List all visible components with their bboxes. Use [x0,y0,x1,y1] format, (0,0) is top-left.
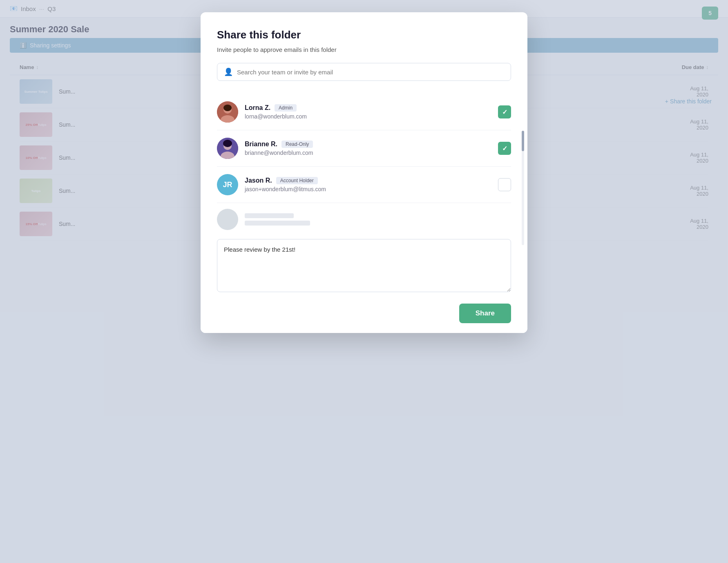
person-name: Lorna Z. [245,104,270,112]
person-row-brianne: Brianne R. Read-Only brianne@wonderblum.… [217,130,511,167]
search-input[interactable] [237,69,504,76]
modal-scrollbar[interactable] [522,131,524,245]
avatar-lorna [217,101,238,123]
avatar-jason: JR [217,174,238,195]
person-name: Jason R. [245,177,272,184]
person-info-lorna: Lorna Z. Admin lorna@wonderblum.com [245,104,491,120]
person-name-row: Brianne R. Read-Only [245,141,491,148]
admin-badge: Admin [275,104,297,112]
avatar-lorna-svg [217,101,238,123]
person-search-icon: 👤 [224,67,233,76]
person-email: brianne@wonderblum.com [245,150,491,156]
jason-checkbox[interactable] [498,178,511,191]
truncated-line-name [245,213,294,218]
modal-title: Share this folder [217,29,511,41]
truncated-line-email [245,221,310,226]
person-name-row: Jason R. Account Holder [245,177,491,184]
person-name-row: Lorna Z. Admin [245,104,491,112]
search-wrapper[interactable]: 👤 [217,63,511,81]
modal-footer: Share [201,294,527,333]
avatar-initials: JR [223,181,232,189]
person-info-brianne: Brianne R. Read-Only brianne@wonderblum.… [245,141,491,156]
lorna-checkbox[interactable]: ✓ [498,105,511,118]
people-list: Lorna Z. Admin lorna@wonderblum.com ✓ [217,94,511,236]
truncated-info [245,213,310,226]
truncated-person-row [217,203,511,236]
person-email: lorna@wonderblum.com [245,113,491,120]
modal-body: Share this folder Invite people to appro… [201,12,527,236]
message-section: Please review by the 21st! [201,239,527,294]
svg-point-7 [223,140,232,147]
person-info-jason: Jason R. Account Holder jason+wonderblum… [245,177,491,192]
truncated-avatar [217,209,238,230]
modal-subtitle: Invite people to approve emails in this … [217,46,511,53]
person-name: Brianne R. [245,141,277,148]
share-folder-modal: Share this folder Invite people to appro… [201,12,527,333]
person-email: jason+wonderblum@litmus.com [245,186,491,192]
account-badge: Account Holder [276,177,318,184]
scrollbar-thumb[interactable] [522,131,524,151]
readonly-badge: Read-Only [281,141,313,148]
share-button[interactable]: Share [459,304,511,323]
message-textarea[interactable]: Please review by the 21st! [217,239,511,292]
person-row-lorna: Lorna Z. Admin lorna@wonderblum.com ✓ [217,94,511,130]
brianne-checkbox[interactable]: ✓ [498,142,511,155]
avatar-brianne-svg [217,138,238,159]
check-icon: ✓ [502,145,507,152]
avatar-brianne [217,138,238,159]
person-row-jason: JR Jason R. Account Holder jason+wonderb… [217,167,511,203]
svg-point-3 [223,105,232,111]
check-icon: ✓ [502,108,507,116]
modal-overlay: Share this folder Invite people to appro… [0,0,728,563]
